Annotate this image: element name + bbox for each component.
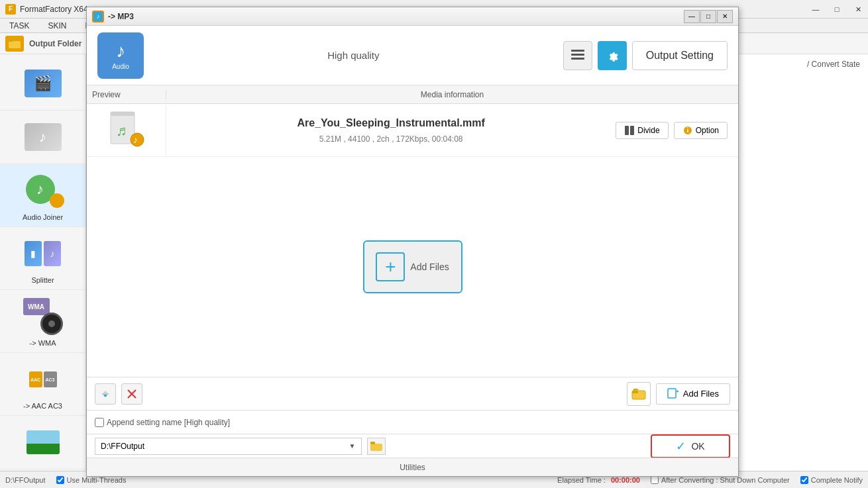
svg-rect-20 — [370, 444, 382, 451]
output-path-dropdown[interactable]: D:\FFOutput ▼ — [95, 438, 362, 455]
file-row: ♬ ♪ Are_You_Sleeping_Instrumental.mmf 5.… — [87, 104, 738, 157]
status-after-converting: After Converting : Shut Down Computer — [651, 476, 790, 484]
append-setting-checkbox[interactable] — [95, 418, 104, 427]
menu-task[interactable]: TASK — [5, 20, 33, 32]
elapsed-time-label: Elapsed Time : — [557, 476, 606, 484]
output-setting-section: Output Setting — [563, 41, 728, 70]
open-output-folder-button[interactable] — [627, 382, 651, 406]
dialog-minimize[interactable]: — — [684, 10, 700, 23]
ok-check-icon: ✓ — [676, 439, 686, 454]
divide-button[interactable]: Divide — [616, 122, 668, 139]
dropdown-arrow-icon: ▼ — [349, 442, 356, 450]
sidebar-item-label-joiner: Audio Joiner — [23, 213, 63, 221]
dialog-close[interactable]: ✕ — [717, 10, 733, 23]
sidebar-item-audio-joiner[interactable]: ♪ Audio Joiner — [0, 164, 85, 227]
complete-notify-checkbox[interactable] — [800, 476, 808, 484]
svg-rect-11 — [625, 126, 629, 135]
svg-text:♪: ♪ — [133, 134, 138, 145]
ok-button[interactable]: ✓ OK — [651, 434, 730, 458]
file-name: Are_You_Sleeping_Instrumental.mmf — [177, 117, 605, 129]
audio-label: Audio — [112, 63, 129, 70]
output-path-row: D:\FFOutput ▼ ✓ OK — [87, 434, 738, 458]
file-preview-icon: ♬ ♪ — [107, 111, 146, 150]
col-preview-header: Preview — [87, 90, 166, 99]
col-media-header: Media information — [166, 90, 738, 99]
dialog-icon: ♪ — [92, 11, 104, 23]
minimize-button[interactable]: — — [806, 0, 826, 19]
layers-button[interactable] — [563, 41, 592, 70]
dialog-header: ♪ Audio High quality — [87, 26, 738, 85]
utilities-label: Utilities — [400, 463, 425, 472]
dialog-controls: — □ ✕ — [684, 10, 733, 23]
multithreads-label: Use Multi-Threads — [67, 476, 127, 484]
quality-section: High quality — [152, 50, 555, 61]
dialog-title: -> MP3 — [108, 12, 684, 21]
svg-rect-5 — [571, 58, 584, 60]
file-actions: Divide Option — [616, 122, 738, 139]
status-multithreads: Use Multi-Threads — [56, 476, 127, 484]
svg-text:♬: ♬ — [116, 122, 127, 139]
landscape-icon — [22, 421, 64, 464]
maximize-button[interactable]: □ — [827, 0, 847, 19]
settings-gear-button[interactable] — [598, 41, 627, 70]
video-icon: 🎬 — [22, 62, 64, 105]
svg-rect-4 — [571, 54, 584, 56]
output-setting-button[interactable]: Output Setting — [632, 41, 728, 70]
add-files-center-button[interactable]: + Add Files — [363, 240, 462, 293]
append-setting-text: Append setting name [High quality] — [107, 418, 230, 427]
option-label: Option — [696, 126, 719, 135]
dialog-maximize[interactable]: □ — [700, 10, 716, 23]
audio-icon: ♪ — [22, 116, 64, 158]
sidebar-item-label-wma: -> WMA — [29, 339, 56, 347]
browse-folder-button[interactable] — [367, 438, 386, 455]
option-button[interactable]: Option — [674, 122, 728, 139]
aac-ac3-icon: AAC AC3 — [22, 358, 64, 401]
sort-button[interactable] — [95, 383, 116, 405]
dialog-window: ♪ -> MP3 — □ ✕ ♪ Audio High quality — [86, 7, 739, 477]
add-files-center-area: + Add Files — [87, 157, 738, 377]
sidebar-item-video[interactable]: 🎬 — [0, 57, 85, 111]
sidebar-item-label-splitter: Splitter — [31, 276, 54, 284]
elapsed-time-value: 00:00:00 — [611, 476, 640, 484]
svg-rect-2 — [9, 39, 13, 42]
file-info-cell: Are_You_Sleeping_Instrumental.mmf 5.21M … — [166, 112, 616, 149]
output-folder-label: Output Folder — [29, 39, 81, 48]
remove-button[interactable] — [121, 383, 142, 405]
bottom-options: Append setting name [High quality] — [87, 410, 738, 434]
sidebar-item-wma[interactable]: WMA -> WMA — [0, 290, 85, 353]
close-button[interactable]: ✕ — [848, 0, 868, 19]
sidebar-item-splitter[interactable]: ▮ ♪ Splitter — [0, 227, 85, 290]
main-window: F FormatFactory X64 — □ ✕ TASK SKIN LANG… — [0, 0, 868, 488]
output-path-value: D:\FFOutput — [101, 442, 349, 451]
append-setting-label[interactable]: Append setting name [High quality] — [95, 418, 230, 427]
svg-rect-17 — [668, 389, 676, 398]
svg-rect-3 — [571, 50, 584, 52]
sidebar: 🎬 ♪ ♪ Audio Joiner — [0, 54, 86, 488]
svg-rect-12 — [630, 126, 634, 135]
quality-text: High quality — [327, 50, 379, 61]
menu-skin[interactable]: SKIN — [44, 20, 70, 32]
svg-rect-21 — [370, 442, 375, 444]
audio-format-icon: ♪ Audio — [97, 32, 144, 79]
add-files-bottom-button[interactable]: Add Files — [656, 383, 730, 405]
output-folder-icon — [5, 36, 24, 52]
add-files-center-label: Add Files — [410, 262, 449, 272]
sidebar-item-label-aac: -> AAC AC3 — [23, 402, 62, 410]
app-icon: F — [5, 4, 16, 15]
splitter-icon: ▮ ♪ — [22, 232, 64, 275]
sidebar-item-audio[interactable]: ♪ — [0, 111, 85, 164]
status-elapsed-time: Elapsed Time : 00:00:00 — [557, 476, 640, 484]
divide-label: Divide — [637, 126, 659, 135]
after-converting-label: After Converting : Shut Down Computer — [661, 476, 790, 484]
file-meta: 5.21M , 44100 , 2ch , 172Kbps, 00:04:08 — [177, 134, 605, 144]
ok-label: OK — [691, 441, 704, 452]
sidebar-item-landscape[interactable] — [0, 416, 85, 469]
complete-notify-label: Complete Notify — [811, 476, 863, 484]
svg-rect-7 — [111, 112, 135, 116]
sidebar-item-aac-ac3[interactable]: AAC AC3 -> AAC AC3 — [0, 353, 85, 416]
multithreads-checkbox[interactable] — [56, 476, 64, 484]
bottom-toolbar: Add Files — [87, 377, 738, 410]
add-files-bottom-label: Add Files — [683, 389, 719, 399]
shutdown-checkbox[interactable] — [651, 476, 659, 484]
status-output-path: D:\FFOutput — [5, 476, 46, 484]
